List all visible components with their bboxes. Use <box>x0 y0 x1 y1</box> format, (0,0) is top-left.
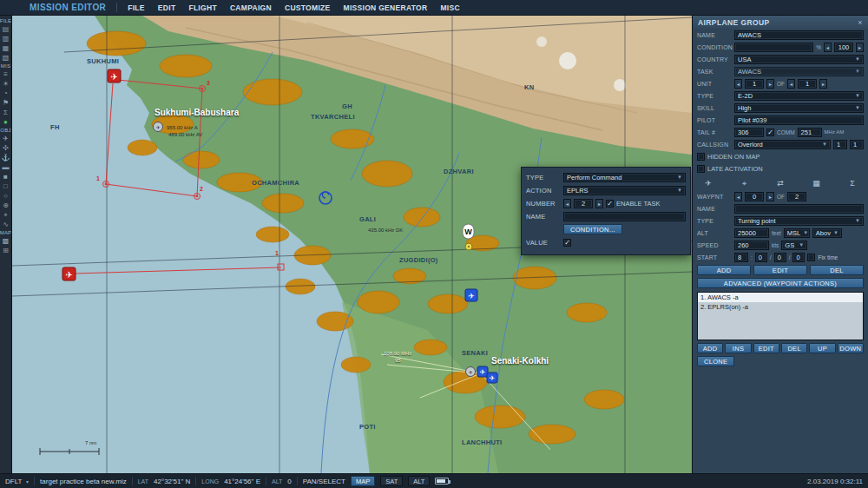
menu-customize[interactable]: CUSTOMIZE <box>285 3 331 12</box>
comm-checkbox[interactable] <box>766 129 774 136</box>
enable-task-checkbox[interactable] <box>606 200 614 208</box>
airplane-icon[interactable]: ✈ <box>1 134 11 143</box>
waypoint-name-input[interactable] <box>734 204 864 214</box>
white-w-marker[interactable]: W <box>463 224 474 239</box>
profile-dropdown[interactable]: DFLT ▾ <box>5 478 29 485</box>
task-type-dropdown[interactable]: Perform Command ▼ <box>563 173 686 182</box>
weather-icon[interactable]: ☀ <box>1 79 11 89</box>
waypoint-icon[interactable]: ⌖ <box>1 210 11 220</box>
yellow-unit-marker[interactable] <box>465 243 472 250</box>
template-icon[interactable]: □ <box>1 181 11 191</box>
alt-above-dropdown[interactable]: Abov▼ <box>812 228 842 238</box>
list-item[interactable]: 2. EPLRS(on) -a <box>698 302 863 312</box>
static-object-icon[interactable]: ■ <box>1 172 11 181</box>
measure-icon[interactable]: ∿ <box>1 220 11 229</box>
waypoint-edit-button[interactable]: EDIT <box>753 265 807 275</box>
callsign-dropdown[interactable]: Overlord▼ <box>734 140 831 149</box>
route-mode-icon[interactable]: ⇄ <box>773 178 787 189</box>
flag-icon[interactable]: ⚑ <box>1 98 11 108</box>
list-item[interactable]: 1. AWACS -a <box>698 293 863 302</box>
grid-mode-icon[interactable]: ▦ <box>810 178 824 189</box>
hidden-on-map-checkbox[interactable] <box>697 153 705 161</box>
start-mission-icon[interactable]: ● <box>1 117 11 127</box>
callsign-flight-input[interactable]: 1 <box>833 140 847 149</box>
helicopter-icon[interactable]: ✣ <box>1 143 11 153</box>
altitude-input[interactable]: 25000 <box>734 228 769 238</box>
action-delete-button[interactable]: DEL <box>781 343 807 353</box>
time-icon[interactable]: ◔ <box>1 89 11 98</box>
task-number-value[interactable]: 2 <box>574 199 593 208</box>
clone-button[interactable]: CLONE <box>697 356 734 366</box>
action-down-button[interactable]: DOWN <box>838 343 864 353</box>
map-layers-icon[interactable]: ▩ <box>1 236 11 246</box>
waypoint-prev-button[interactable]: ◂ <box>734 192 742 201</box>
unit-of-decrement-button[interactable]: ◂ <box>787 79 795 89</box>
senaki-airport-icon[interactable]: ✈ <box>466 367 476 377</box>
comm-frequency-input[interactable]: 251 <box>798 128 822 137</box>
sat-view-button[interactable]: SAT <box>380 476 403 486</box>
mission-options-icon[interactable]: ≡ <box>1 69 11 79</box>
waypoint-add-button[interactable]: ADD <box>697 265 751 275</box>
map-view-button[interactable]: MAP <box>351 476 375 486</box>
late-activation-checkbox[interactable] <box>697 165 705 173</box>
pilot-input[interactable]: Pilot #039 <box>734 115 864 125</box>
menu-flight[interactable]: FLIGHT <box>188 3 217 12</box>
menu-mission-generator[interactable]: MISSION GENERATOR <box>344 3 428 12</box>
start-hours-input[interactable]: 8 <box>734 253 748 262</box>
tail-number-input[interactable]: 306 <box>734 128 764 137</box>
unit-of-value[interactable]: 1 <box>798 79 817 89</box>
waypoint-current[interactable]: 0 <box>745 192 764 201</box>
condition-value[interactable]: 100 <box>834 43 853 52</box>
number-increment-button[interactable]: ▸ <box>595 199 603 208</box>
value-checkbox[interactable] <box>563 239 571 247</box>
menu-misc[interactable]: MISC <box>440 3 459 12</box>
menu-file[interactable]: FILE <box>128 3 145 12</box>
aircraft-group-icon[interactable]: ✈ <box>701 178 715 189</box>
callsign-number-input[interactable]: 1 <box>850 140 864 149</box>
start-minutes-input[interactable]: 0 <box>755 253 767 262</box>
save-mission-icon[interactable]: ▦ <box>1 43 11 53</box>
start-seconds-input[interactable]: 0 <box>774 253 786 262</box>
start-days-input[interactable]: 0 <box>792 253 805 262</box>
ship-icon[interactable]: ⚓ <box>1 153 11 162</box>
task-action-dropdown[interactable]: EPLRS ▼ <box>563 186 686 195</box>
action-add-button[interactable]: ADD <box>697 343 723 353</box>
summary-icon[interactable]: Σ <box>1 108 11 117</box>
pan-select-mode[interactable]: PAN/SELECT <box>303 478 345 485</box>
condition-button[interactable]: CONDITION... <box>563 224 622 234</box>
blue-airplane-unit[interactable]: ✈ <box>465 289 477 301</box>
group-name-input[interactable]: AWACS <box>734 30 864 40</box>
condition-input[interactable] <box>734 43 813 52</box>
action-up-button[interactable]: UP <box>809 343 835 353</box>
condition-decrement-button[interactable]: ◂ <box>824 43 832 52</box>
open-mission-icon[interactable]: ▥ <box>1 34 11 43</box>
bullseye-icon[interactable]: ⊕ <box>1 201 11 210</box>
waypoint-type-dropdown[interactable]: Turning point▼ <box>734 216 864 226</box>
vehicle-icon[interactable]: ▬ <box>1 162 11 172</box>
waypoint-next-button[interactable]: ▸ <box>766 192 774 201</box>
menu-edit[interactable]: EDIT <box>158 3 176 12</box>
aircraft-type-dropdown[interactable]: E-2D▼ <box>734 91 864 101</box>
unit-increment-button[interactable]: ▸ <box>766 79 774 89</box>
skill-dropdown[interactable]: High▼ <box>734 103 864 113</box>
action-edit-button[interactable]: EDIT <box>753 343 779 353</box>
save-as-icon[interactable]: ▧ <box>1 53 11 63</box>
babushara-airport-icon[interactable]: ✈ <box>154 122 163 132</box>
unit-value[interactable]: 1 <box>745 79 764 89</box>
map-grid-icon[interactable]: ⊞ <box>1 246 11 255</box>
country-dropdown[interactable]: USA▼ <box>734 55 864 64</box>
alt-view-button[interactable]: ALT <box>408 476 430 486</box>
map-canvas[interactable]: ✈ ✈ ✈ ✈ <box>12 16 692 473</box>
advanced-waypoint-actions-button[interactable]: ADVANCED (WAYPOINT ACTIONS) <box>697 278 864 288</box>
task-name-input[interactable] <box>563 212 686 221</box>
ground-speed-dropdown[interactable]: GS▼ <box>781 241 807 250</box>
trigger-zone-icon[interactable]: ○ <box>1 191 11 201</box>
close-icon[interactable]: × <box>858 18 863 27</box>
action-insert-button[interactable]: INS <box>725 343 751 353</box>
menu-campaign[interactable]: CAMPAIGN <box>230 3 272 12</box>
red-airplane-unit-south[interactable]: ✈ <box>62 267 76 280</box>
alt-reference-dropdown[interactable]: MSL▼ <box>784 228 810 238</box>
task-dropdown[interactable]: AWACS▼ <box>734 67 864 76</box>
red-airplane-unit-north[interactable]: ✈ <box>108 69 121 82</box>
condition-increment-button[interactable]: ▸ <box>856 43 864 52</box>
